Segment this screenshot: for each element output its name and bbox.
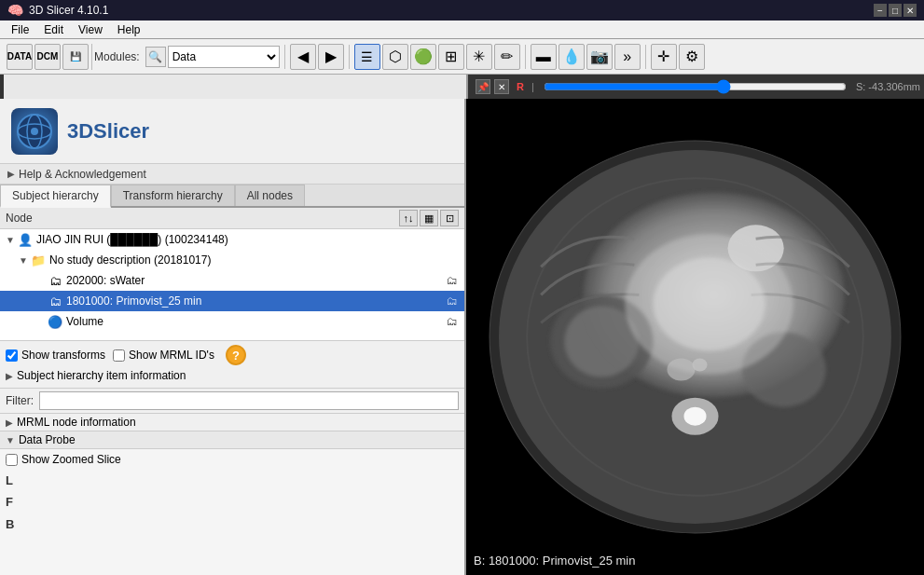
asterisk-btn[interactable]: ✳ [466, 44, 492, 70]
data-probe-header[interactable]: ▼ Data Probe [6, 433, 459, 446]
file-tools-group: DATA DCM 💾 [4, 44, 92, 70]
save-btn[interactable]: 💾 [62, 44, 89, 70]
node-options-btn[interactable]: ⊡ [440, 210, 459, 226]
left-panel: 3DSlicer ▶ Help & Acknowledgement Subjec… [0, 99, 466, 575]
app-title: 3D Slicer 4.10.1 [29, 4, 874, 17]
nav-forward-btn[interactable]: ▶ [318, 44, 344, 70]
menu-view[interactable]: View [71, 21, 110, 38]
tree-series-1801-row[interactable]: 🗂 1801000: Primovist_25 min 🗂 [0, 291, 464, 311]
toolbar: DATA DCM 💾 Modules: 🔍 Data DICOM Volumes… [0, 39, 924, 75]
series202-action-icon: 🗂 [444, 272, 461, 289]
bottom-controls: Show transforms Show MRML ID's ? ▶ Subje… [0, 341, 464, 389]
sphere-btn[interactable]: 🟢 [410, 44, 436, 70]
svg-point-9 [683, 407, 706, 426]
help-text: Help & Acknowledgement [19, 168, 146, 181]
show-zoomed-checkbox[interactable] [6, 454, 18, 466]
hierarchy-tabs: Subject hierarchy Transform hierarchy Al… [0, 185, 464, 208]
menu-help[interactable]: Help [110, 21, 148, 38]
filter-area: Filter: [0, 389, 464, 414]
toolbar-sep-1 [284, 45, 285, 69]
series202-icon: 🗂 [47, 272, 63, 289]
module-list-btn[interactable]: ☰ [354, 44, 380, 70]
help-button[interactable]: ? [226, 345, 246, 365]
show-transforms-check[interactable]: Show transforms [6, 349, 105, 362]
tree-volume-row[interactable]: 🔵 Volume 🗂 [0, 311, 464, 332]
study-text: No study description (20181017) [49, 253, 461, 267]
patient-icon: 👤 [17, 231, 34, 248]
menu-file[interactable]: File [4, 21, 36, 38]
series1801-action-icon: 🗂 [444, 293, 461, 309]
menu-bar: File Edit View Help [0, 21, 924, 39]
tree-series-202-row[interactable]: 🗂 202000: sWater 🗂 [0, 270, 464, 291]
viewport-label: B: 1801000: Primovist_25 min [474, 554, 635, 568]
crosshair-btn[interactable]: ✛ [651, 44, 677, 70]
slice-slider[interactable] [544, 83, 847, 90]
series1801-icon: 🗂 [47, 293, 63, 309]
show-zoomed-label: Show Zoomed Slice [21, 453, 121, 466]
node-sort-btn[interactable]: ↑↓ [399, 210, 418, 226]
layout-settings-btn[interactable]: ⚙ [679, 44, 705, 70]
3d-cube-btn[interactable]: ⬡ [382, 44, 408, 70]
mrml-section: ▶ MRML node information [0, 414, 464, 431]
nav-back-btn[interactable]: ◀ [290, 44, 316, 70]
mri-image-svg [466, 99, 924, 575]
camera-btn[interactable]: 📷 [586, 44, 613, 70]
slice-pin-icon: | [531, 81, 534, 92]
slice-pin-btn[interactable]: 📌 [476, 79, 490, 94]
module-search-btn[interactable]: 🔍 [145, 47, 166, 67]
tree-patient-row[interactable]: ▼ 👤 JIAO JIN RUI (██████) (100234148) [0, 229, 464, 250]
coord-L: L [6, 470, 459, 491]
node-header: Node ↑↓ ▦ ⊡ [0, 208, 464, 229]
logo-area: 3DSlicer [0, 99, 464, 164]
close-button[interactable]: ✕ [903, 4, 917, 17]
maximize-button[interactable]: □ [889, 4, 902, 17]
toolbar-sep-2 [349, 45, 350, 69]
coord-B: B [6, 513, 459, 535]
info-expand-arrow: ▶ [6, 371, 13, 381]
slice-control-bar: 📌 ✕ R | S: -43.306mm [0, 75, 924, 99]
grid-btn[interactable]: ⊞ [438, 44, 464, 70]
app-icon: 🧠 [7, 3, 23, 18]
tab-all-nodes[interactable]: All nodes [235, 185, 305, 206]
main-layout: 3DSlicer ▶ Help & Acknowledgement Subjec… [0, 99, 924, 575]
menu-edit[interactable]: Edit [36, 21, 71, 38]
subject-hierarchy-info-expand[interactable]: ▶ Subject hierarchy item information [6, 367, 459, 384]
more-tools-btn[interactable]: » [614, 44, 641, 70]
mrml-section-header[interactable]: ▶ MRML node information [6, 416, 459, 429]
show-zoomed-row: Show Zoomed Slice [6, 453, 459, 466]
show-mrml-input[interactable] [113, 349, 125, 362]
study-icon: 📁 [30, 252, 47, 268]
help-link[interactable]: ▶ Help & Acknowledgement [0, 164, 464, 185]
show-mrml-check[interactable]: Show MRML ID's [113, 349, 214, 362]
filter-input[interactable] [39, 391, 459, 410]
pencil-btn[interactable]: ✏ [494, 44, 520, 70]
rect-btn[interactable]: ▬ [531, 44, 557, 70]
series202-expand-icon [34, 274, 47, 287]
mrml-label: MRML node information [17, 416, 136, 429]
minimize-button[interactable]: − [874, 4, 887, 17]
patient-text: JIAO JIN RUI (██████) (100234148) [36, 233, 461, 246]
study-expand-icon: ▼ [17, 253, 30, 267]
dcm-btn[interactable]: DCM [34, 44, 61, 70]
filter-label: Filter: [6, 394, 34, 407]
help-expand-arrow: ▶ [7, 169, 15, 179]
node-action-buttons: ↑↓ ▦ ⊡ [399, 210, 459, 226]
tree-study-row[interactable]: ▼ 📁 No study description (20181017) [0, 250, 464, 270]
tab-subject-hierarchy[interactable]: Subject hierarchy [0, 185, 111, 208]
eyedrop-btn[interactable]: 💧 [559, 44, 585, 70]
patient-expand-icon: ▼ [4, 233, 17, 246]
toolbar-sep-4 [645, 45, 646, 69]
app-name: 3DSlicer [67, 119, 149, 144]
series202-text: 202000: sWater [66, 274, 444, 287]
data-btn[interactable]: DATA [7, 44, 33, 70]
show-transforms-input[interactable] [6, 349, 18, 362]
mri-viewport[interactable]: B: 1801000: Primovist_25 min [466, 99, 924, 575]
window-controls: − □ ✕ [874, 4, 917, 17]
node-view-btn[interactable]: ▦ [420, 210, 438, 226]
show-transforms-label: Show transforms [21, 349, 105, 362]
modules-dropdown[interactable]: Data DICOM Volumes Models [168, 46, 280, 68]
svg-point-18 [653, 257, 765, 350]
modules-label: Modules: [94, 50, 140, 63]
slice-close-btn[interactable]: ✕ [494, 79, 509, 94]
tab-transform-hierarchy[interactable]: Transform hierarchy [111, 185, 235, 206]
